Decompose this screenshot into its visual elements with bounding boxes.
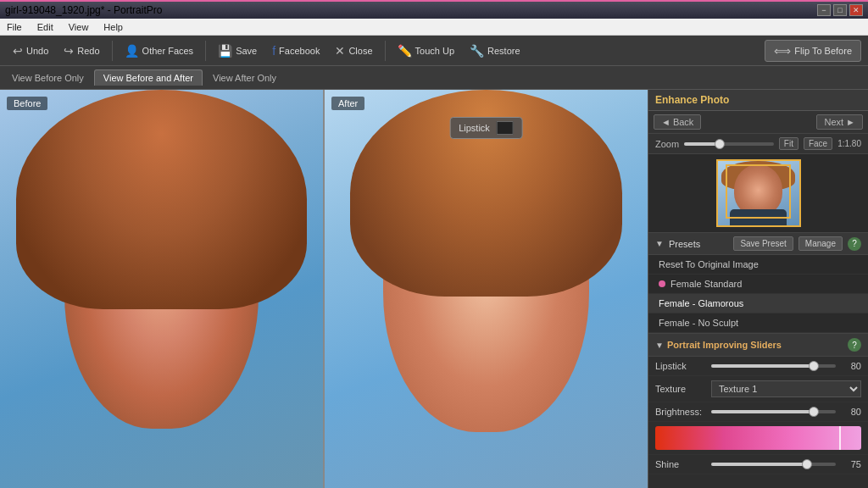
tab-view-after-only[interactable]: View After Only bbox=[204, 70, 285, 86]
lipstick-slider-row: Lipstick 80 bbox=[648, 357, 868, 376]
sliders-triangle: ▼ bbox=[655, 341, 664, 350]
after-panel: After Lipstick bbox=[325, 90, 648, 488]
texture-select[interactable]: Texture 1 Texture 2 Texture 3 bbox=[711, 380, 861, 397]
redo-icon: ↪ bbox=[64, 44, 74, 58]
sliders-help-button[interactable]: ? bbox=[848, 338, 861, 352]
person-icon: 👤 bbox=[125, 44, 139, 58]
presets-header: ▼ Presets Save Preset Manage ? bbox=[648, 233, 868, 255]
toolbar: ↩ Undo ↪ Redo 👤 Other Faces 💾 Save f Fac… bbox=[0, 36, 868, 66]
lipstick-color-swatch[interactable] bbox=[497, 121, 514, 135]
zoom-ratio: 1:1.80 bbox=[837, 139, 861, 148]
preset-reset[interactable]: Reset To Original Image bbox=[648, 255, 868, 274]
menu-help[interactable]: Help bbox=[100, 22, 126, 32]
after-image[interactable] bbox=[325, 90, 648, 488]
back-icon: ◄ bbox=[661, 117, 670, 127]
maximize-button[interactable]: □ bbox=[833, 4, 847, 16]
redo-button[interactable]: ↪ Redo bbox=[58, 42, 105, 60]
lipstick-slider-label: Lipstick bbox=[655, 361, 706, 371]
image-area: Before After Lipstick bbox=[0, 90, 648, 488]
preset-female-no-sculpt[interactable]: Female - No Sculpt bbox=[648, 313, 868, 333]
shine-slider[interactable] bbox=[711, 463, 836, 466]
lipstick-slider-value: 80 bbox=[841, 361, 861, 371]
zoom-label: Zoom bbox=[655, 139, 679, 149]
texture-row: Texture Texture 1 Texture 2 Texture 3 bbox=[648, 376, 868, 402]
color-row bbox=[648, 422, 868, 455]
touch-up-button[interactable]: ✏️ Touch Up bbox=[392, 42, 460, 60]
separator-2 bbox=[205, 41, 206, 61]
restore-button[interactable]: 🔧 Restore bbox=[464, 42, 526, 60]
before-image[interactable] bbox=[0, 90, 323, 488]
tab-view-before-only[interactable]: View Before Only bbox=[3, 70, 92, 86]
other-faces-button[interactable]: 👤 Other Faces bbox=[119, 42, 200, 60]
brightness-slider[interactable] bbox=[711, 410, 836, 413]
right-panel: Enhance Photo ◄ Back Next ► Zoom Fit Fac… bbox=[648, 90, 868, 488]
separator-3 bbox=[385, 41, 386, 61]
main-content: Before After Lipstick Enhance Photo ◄ Ba… bbox=[0, 90, 868, 488]
facebook-icon: f bbox=[272, 44, 275, 58]
presets-triangle: ▼ bbox=[655, 239, 664, 248]
lipstick-tooltip[interactable]: Lipstick bbox=[449, 117, 523, 139]
after-label: After bbox=[331, 97, 364, 110]
texture-label: Texture bbox=[655, 384, 706, 394]
zoom-row: Zoom Fit Face 1:1.80 bbox=[648, 134, 868, 154]
menu-file[interactable]: File bbox=[3, 22, 25, 32]
sliders-header: ▼ Portrait Improving Sliders ? bbox=[648, 334, 868, 357]
menu-bar: File Edit View Help bbox=[0, 19, 868, 36]
save-preset-button[interactable]: Save Preset bbox=[733, 236, 793, 251]
save-button[interactable]: 💾 Save bbox=[212, 42, 263, 60]
flip-to-before-button[interactable]: ⟺ Flip To Before bbox=[765, 40, 861, 62]
brightness-slider-label: Brightness: bbox=[655, 407, 706, 417]
preset-female-standard[interactable]: Female Standard bbox=[648, 274, 868, 294]
close-button[interactable]: ✕ bbox=[849, 4, 863, 16]
shine-slider-value: 75 bbox=[841, 459, 861, 469]
shine-slider-row: Shine 75 bbox=[648, 455, 868, 474]
view-tabs: View Before Only View Before and After V… bbox=[0, 66, 868, 90]
tab-view-before-after[interactable]: View Before and After bbox=[94, 69, 203, 86]
brightness-slider-value: 80 bbox=[841, 407, 861, 417]
menu-edit[interactable]: Edit bbox=[34, 22, 57, 32]
color-gradient[interactable] bbox=[655, 426, 861, 450]
thumb-selection-rect bbox=[726, 164, 791, 219]
undo-icon: ↩ bbox=[13, 44, 23, 58]
restore-icon: 🔧 bbox=[470, 44, 484, 58]
next-button[interactable]: Next ► bbox=[816, 114, 863, 130]
app-title: girl-919048_1920.jpg* - PortraitPro bbox=[5, 4, 162, 16]
close-image-button[interactable]: ✕ Close bbox=[329, 42, 378, 60]
brightness-slider-row: Brightness: 80 bbox=[648, 402, 868, 422]
zoom-slider[interactable] bbox=[684, 142, 774, 146]
thumbnail[interactable] bbox=[716, 159, 801, 227]
color-cursor bbox=[839, 426, 841, 450]
brush-icon: ✏️ bbox=[398, 44, 412, 58]
manage-presets-button[interactable]: Manage bbox=[798, 236, 843, 251]
before-label: Before bbox=[7, 97, 47, 110]
back-button[interactable]: ◄ Back bbox=[654, 114, 701, 130]
title-bar: girl-919048_1920.jpg* - PortraitPro − □ … bbox=[0, 0, 868, 19]
undo-button[interactable]: ↩ Undo bbox=[7, 42, 54, 60]
enhance-photo-header: Enhance Photo bbox=[648, 90, 868, 111]
preset-list: Reset To Original Image Female Standard … bbox=[648, 255, 868, 334]
flip-icon: ⟺ bbox=[774, 44, 791, 58]
nav-row: ◄ Back Next ► bbox=[648, 111, 868, 134]
menu-view[interactable]: View bbox=[65, 22, 92, 32]
preset-active-indicator bbox=[659, 280, 665, 287]
zoom-face-button[interactable]: Face bbox=[804, 137, 832, 150]
preset-female-glamorous[interactable]: Female - Glamorous bbox=[648, 294, 868, 313]
zoom-fit-button[interactable]: Fit bbox=[779, 137, 798, 150]
window-controls: − □ ✕ bbox=[817, 4, 863, 16]
save-icon: 💾 bbox=[218, 44, 232, 58]
sliders-label: Portrait Improving Sliders bbox=[667, 340, 782, 350]
thumbnail-area bbox=[648, 154, 868, 233]
lipstick-slider[interactable] bbox=[711, 364, 836, 368]
presets-label: Presets bbox=[669, 239, 700, 249]
close-icon: ✕ bbox=[335, 44, 345, 58]
minimize-button[interactable]: − bbox=[817, 4, 831, 16]
facebook-button[interactable]: f Facebook bbox=[266, 42, 326, 60]
presets-help-button[interactable]: ? bbox=[848, 237, 861, 251]
before-panel: Before bbox=[0, 90, 323, 488]
separator-1 bbox=[112, 41, 113, 61]
next-icon: ► bbox=[846, 117, 855, 127]
shine-slider-label: Shine bbox=[655, 459, 706, 469]
lipstick-tooltip-label: Lipstick bbox=[459, 123, 490, 133]
